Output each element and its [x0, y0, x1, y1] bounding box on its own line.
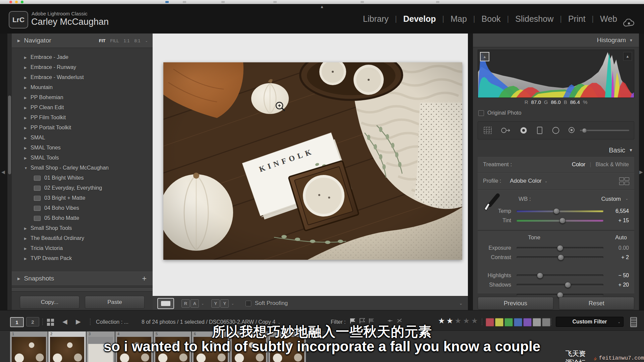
wb-dropdown-icon[interactable]: ⌄ — [626, 197, 628, 200]
wb-value[interactable]: Custom — [601, 196, 621, 202]
preset-item-05-boho-matte[interactable]: 05 Boho Matte — [12, 213, 153, 223]
preset-folder-embrace-runway[interactable]: ▶Embrace - Runway — [12, 62, 153, 72]
profile-value[interactable]: Adobe Color — [510, 178, 542, 184]
module-develop[interactable]: Develop — [403, 14, 436, 24]
folder-triangle-icon[interactable]: ▶ — [24, 237, 31, 240]
snapshots-panel-header[interactable]: ▶ Snapshots + — [12, 272, 153, 286]
healing-tool-icon[interactable] — [500, 126, 512, 135]
photo-flatlay-autumn[interactable]: KINFOLK — [163, 62, 462, 260]
highlights-slider-thumb[interactable] — [537, 273, 543, 279]
graduated-filter-icon[interactable] — [536, 126, 544, 135]
module-print[interactable]: Print — [568, 14, 585, 24]
folder-triangle-icon[interactable]: ▶ — [24, 86, 31, 89]
folder-triangle-icon[interactable]: ▶ — [24, 116, 31, 120]
preset-item-03-bright-matte[interactable]: 03 Bright + Matte — [12, 193, 153, 203]
module-web[interactable]: Web — [600, 14, 617, 24]
zoom-level-8-1[interactable]: 8:1 — [135, 38, 141, 43]
preset-folder-small-shop-tools[interactable]: ▶Small Shop Tools — [12, 223, 153, 233]
folder-triangle-icon[interactable]: ▶ — [24, 66, 31, 69]
contrast-slider-thumb[interactable] — [558, 254, 564, 260]
histogram-panel-header[interactable]: Histogram ▼ — [473, 34, 639, 47]
preset-folder-smal-tones[interactable]: ▶SMAL Tones — [12, 143, 153, 153]
preset-item-04-boho-vibes[interactable]: 04 Boho Vibes — [12, 203, 153, 213]
contrast-slider[interactable] — [517, 256, 603, 258]
preset-folder-the-beautiful-ordinary[interactable]: ▶The Beautiful Ordinary — [12, 233, 153, 243]
tint-slider[interactable] — [517, 220, 603, 222]
before-after-left-right-button[interactable]: A — [191, 299, 199, 308]
histogram-collapse-icon[interactable]: ▼ — [629, 38, 633, 42]
shadows-slider[interactable] — [517, 284, 603, 286]
navigator-expand-icon[interactable]: ▶ — [17, 39, 20, 43]
original-photo-checkbox[interactable] — [478, 110, 484, 116]
shadows-slider-thumb[interactable] — [565, 282, 571, 288]
minimize-traffic-light-icon[interactable] — [15, 1, 18, 3]
shadow-clipping-indicator-icon[interactable]: ▲ — [480, 52, 489, 61]
treatment-bw-option[interactable]: Black & White — [595, 162, 629, 168]
radial-filter-icon[interactable] — [551, 126, 560, 135]
basic-panel-header[interactable]: Basic ▼ — [473, 144, 639, 156]
profile-browser-icon[interactable] — [619, 177, 629, 185]
tone-auto-button[interactable]: Auto — [615, 234, 627, 241]
highlights-slider[interactable] — [517, 275, 603, 277]
previous-button[interactable]: Previous — [478, 297, 553, 310]
folder-triangle-icon[interactable]: ▶ — [24, 106, 31, 110]
preset-folder-small-shop-carley-mccaughan[interactable]: ▼Small Shop - Carley McCaughan — [12, 163, 153, 173]
collapse-right-panel-icon[interactable]: ▶ — [639, 169, 643, 175]
zoom-level-fit[interactable]: FIT — [99, 38, 106, 43]
module-book[interactable]: Book — [482, 14, 501, 24]
navigator-panel-header[interactable]: ▶ Navigator FITFILL1:18:1⌄ — [12, 34, 153, 48]
exposure-slider-thumb[interactable] — [557, 245, 563, 251]
preset-folder-embrace-jade[interactable]: ▶Embrace - Jade — [12, 52, 153, 62]
close-traffic-light-icon[interactable] — [9, 1, 12, 3]
zoom-level-caret-icon[interactable]: ⌄ — [145, 39, 148, 43]
cloud-sync-icon[interactable] — [623, 19, 635, 27]
folder-triangle-icon[interactable]: ▶ — [24, 76, 31, 79]
folder-triangle-icon[interactable]: ▶ — [24, 156, 31, 160]
profile-dropdown-icon[interactable]: ⌄ — [545, 179, 547, 183]
before-after-dropdown-icon[interactable]: ⌄ — [231, 302, 234, 305]
folder-triangle-icon[interactable]: ▶ — [24, 56, 31, 59]
preset-folder-tricia-victoria[interactable]: ▶Tricia Victoria — [12, 243, 153, 253]
before-after-top-bottom-button[interactable]: Y — [211, 299, 220, 308]
folder-triangle-icon[interactable]: ▶ — [24, 247, 31, 250]
develop-canvas[interactable]: KINFOLK — [153, 34, 468, 296]
exposure-slider[interactable] — [517, 247, 603, 249]
whites-slider[interactable] — [517, 294, 603, 296]
histogram-display[interactable]: ▲ ▲ — [478, 50, 634, 98]
preset-folder-pp-clean-edit[interactable]: ▶PP Clean Edit — [12, 103, 153, 113]
preset-folder-pp-bohemian[interactable]: ▶PP Bohemian — [12, 93, 153, 103]
crop-tool-icon[interactable] — [483, 126, 493, 135]
basic-collapse-icon[interactable]: ▼ — [629, 148, 633, 153]
preset-folder-smal[interactable]: ▶SMAL — [12, 133, 153, 143]
adjustment-brush-icon[interactable] — [568, 126, 575, 135]
preset-item-01-bright-whites[interactable]: 01 Bright Whites — [12, 173, 153, 183]
paste-button[interactable]: Paste — [85, 296, 145, 309]
tint-slider-thumb[interactable] — [559, 218, 566, 224]
preset-item-02-everyday-everything[interactable]: 02 Everyday, Everything — [12, 183, 153, 193]
red-eye-tool-icon[interactable] — [519, 126, 528, 135]
add-snapshot-button[interactable]: + — [142, 274, 153, 283]
before-after-dropdown-icon[interactable]: ⌄ — [201, 302, 204, 305]
before-after-top-bottom-button[interactable]: Y — [220, 299, 229, 308]
left-panel-scrollbar[interactable] — [7, 34, 12, 310]
folder-triangle-icon[interactable]: ▼ — [24, 166, 31, 170]
folder-triangle-icon[interactable]: ▶ — [24, 227, 31, 230]
preset-folder-mountain[interactable]: ▶Mountain — [12, 82, 153, 93]
loupe-view-button[interactable] — [157, 298, 174, 309]
module-slideshow[interactable]: Slideshow — [515, 14, 553, 24]
zoom-level-1-1[interactable]: 1:1 — [123, 38, 129, 43]
temp-slider-thumb[interactable] — [553, 208, 560, 214]
temp-slider[interactable] — [517, 210, 603, 212]
maximize-traffic-light-icon[interactable] — [21, 1, 23, 3]
reset-button[interactable]: Reset — [559, 297, 635, 310]
left-panel-scrollbar-thumb[interactable] — [8, 96, 11, 174]
folder-triangle-icon[interactable]: ▶ — [24, 257, 31, 260]
brush-size-slider-thumb[interactable] — [582, 128, 587, 133]
collapse-left-panel-icon[interactable]: ◀ — [1, 169, 5, 175]
preset-folder-pp-film-toolkit[interactable]: ▶PP Film Toolkit — [12, 113, 153, 123]
folder-triangle-icon[interactable]: ▶ — [24, 126, 31, 130]
copy-button[interactable]: Copy... — [20, 296, 79, 309]
module-library[interactable]: Library — [363, 14, 388, 24]
soft-proofing-checkbox[interactable] — [246, 301, 251, 306]
folder-triangle-icon[interactable]: ▶ — [24, 136, 31, 140]
